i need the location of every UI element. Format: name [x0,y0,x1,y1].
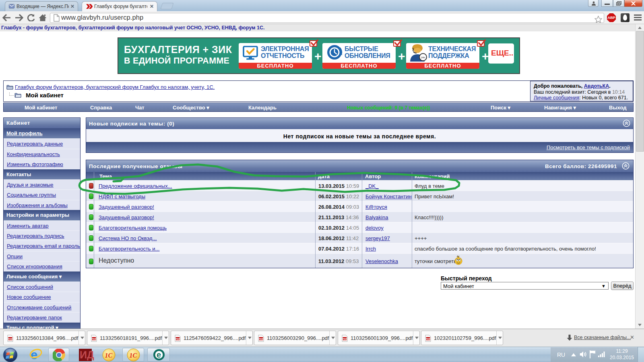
svg-text:1С: 1С [130,352,137,359]
svg-text:24h: 24h [421,56,425,59]
svg-text:PDF: PDF [8,337,13,340]
svg-text:PDF: PDF [425,337,431,340]
svg-text:PDF: PDF [258,337,264,340]
svg-text:1С: 1С [105,352,113,359]
svg-text:e: e [157,350,161,359]
svg-text:PDF: PDF [175,337,180,340]
svg-text:PDF: PDF [91,337,97,340]
svg-text:PDF: PDF [342,337,347,340]
